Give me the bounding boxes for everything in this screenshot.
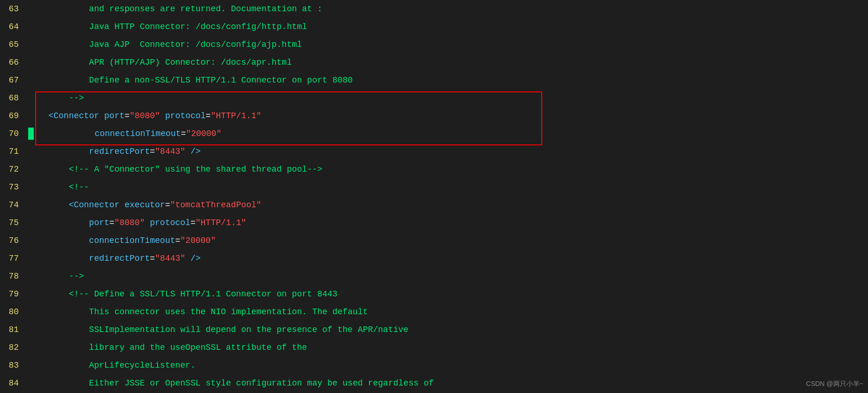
code-token: = xyxy=(206,111,211,121)
code-token: Java AJP Connector: /docs/config/ajp.htm… xyxy=(28,40,302,49)
code-line: 77 redirectPort="8443" /> xyxy=(0,249,868,267)
line-content: and responses are returned. Documentatio… xyxy=(28,0,868,18)
code-token: redirectPort xyxy=(28,254,150,263)
code-token: --> xyxy=(28,93,84,103)
code-line: 84 Either JSSE or OpenSSL style configur… xyxy=(0,374,868,392)
code-token: Define a non-SSL/TLS HTTP/1.1 Connector … xyxy=(28,76,353,85)
code-token: <!-- Define a SSL/TLS HTTP/1.1 Connector… xyxy=(28,289,338,299)
line-number: 70 xyxy=(0,125,28,143)
code-token: = xyxy=(150,254,155,263)
code-token: /> xyxy=(185,147,200,156)
line-content: Define a non-SSL/TLS HTTP/1.1 Connector … xyxy=(28,71,868,89)
code-token: SSLImplementation will depend on the pre… xyxy=(28,325,408,334)
code-line: 69 <Connector port="8080" protocol="HTTP… xyxy=(0,107,868,125)
code-line: 65 Java AJP Connector: /docs/config/ajp.… xyxy=(0,36,868,53)
code-token: "tomcatThreadPool" xyxy=(170,200,261,210)
code-token: and responses are returned. Documentatio… xyxy=(28,4,323,14)
line-content: Java AJP Connector: /docs/config/ajp.htm… xyxy=(28,36,868,53)
code-token: "20000" xyxy=(180,236,216,245)
line-number: 82 xyxy=(0,339,28,356)
line-content: redirectPort="8443" /> xyxy=(28,249,868,267)
line-content: <!-- A "Connector" using the shared thre… xyxy=(28,160,868,178)
line-number: 80 xyxy=(0,303,28,321)
code-token: port xyxy=(28,218,109,227)
code-line: 67 Define a non-SSL/TLS HTTP/1.1 Connect… xyxy=(0,71,868,89)
line-number: 77 xyxy=(0,249,28,267)
code-token: <!-- xyxy=(28,182,89,192)
code-token: library and the useOpenSSL attribute of … xyxy=(28,343,307,352)
line-content: AprLifecycleListener. xyxy=(28,356,868,374)
line-number: 67 xyxy=(0,71,28,89)
line-number: 65 xyxy=(0,36,28,53)
line-number: 84 xyxy=(0,374,28,392)
line-number: 78 xyxy=(0,267,28,285)
line-content: <!-- xyxy=(28,178,868,196)
code-line: 82 library and the useOpenSSL attribute … xyxy=(0,339,868,356)
code-token: Connector xyxy=(74,200,119,210)
code-token: This connector uses the NIO implementati… xyxy=(28,307,368,317)
code-line: 64 Java HTTP Connector: /docs/config/htt… xyxy=(0,18,868,36)
code-token: connectionTimeout xyxy=(34,129,181,138)
line-number: 68 xyxy=(0,89,28,107)
code-token: = xyxy=(181,129,186,138)
code-line: 72 <!-- A "Connector" using the shared t… xyxy=(0,160,868,178)
line-number: 69 xyxy=(0,107,28,125)
code-token: < xyxy=(28,200,74,210)
code-token: "8443" xyxy=(155,254,185,263)
code-line: 68 --> xyxy=(0,89,868,107)
code-line: 74 <Connector executor="tomcatThreadPool… xyxy=(0,196,868,214)
code-token: --> xyxy=(28,272,84,281)
code-line: 75 port="8080" protocol="HTTP/1.1" xyxy=(0,214,868,232)
line-content: connectionTimeout="20000" xyxy=(28,232,868,249)
code-editor: 63 and responses are returned. Documenta… xyxy=(0,0,868,393)
code-token: <!-- A "Connector" using the shared thre… xyxy=(28,165,323,174)
code-token: = xyxy=(191,218,196,227)
code-token: "HTTP/1.1" xyxy=(211,111,261,121)
line-content: This connector uses the NIO implementati… xyxy=(28,303,868,321)
line-number: 73 xyxy=(0,178,28,196)
line-content: <!-- Define a SSL/TLS HTTP/1.1 Connector… xyxy=(28,285,868,303)
code-line: 73 <!-- xyxy=(0,178,868,196)
watermark: CSDN @两只小羊~ xyxy=(806,380,863,388)
line-number: 72 xyxy=(0,160,28,178)
line-content: Either JSSE or OpenSSL style configurati… xyxy=(28,374,868,392)
line-number: 74 xyxy=(0,196,28,214)
code-token: executor xyxy=(119,200,165,210)
line-number: 79 xyxy=(0,285,28,303)
line-content: APR (HTTP/AJP) Connector: /docs/apr.html xyxy=(28,53,868,71)
code-token: /> xyxy=(185,254,200,263)
line-number: 64 xyxy=(0,18,28,36)
line-content: port="8080" protocol="HTTP/1.1" xyxy=(28,214,868,232)
code-token: = xyxy=(175,236,180,245)
code-token: "HTTP/1.1" xyxy=(195,218,246,227)
line-number: 81 xyxy=(0,321,28,339)
code-token: = xyxy=(165,200,170,210)
code-token: port xyxy=(99,111,124,121)
code-line: 71 redirectPort="8443" /> xyxy=(0,143,868,160)
code-token: "8080" xyxy=(130,111,160,121)
line-content: Java HTTP Connector: /docs/config/http.h… xyxy=(28,18,868,36)
code-token: AprLifecycleListener. xyxy=(28,361,195,370)
line-content: <Connector executor="tomcatThreadPool" xyxy=(28,196,868,214)
code-line: 80 This connector uses the NIO implement… xyxy=(0,303,868,321)
code-token: "8443" xyxy=(155,147,185,156)
code-line: 78 --> xyxy=(0,267,868,285)
code-token: = xyxy=(109,218,115,227)
code-token: Connector xyxy=(54,111,99,121)
line-content: SSLImplementation will depend on the pre… xyxy=(28,321,868,339)
code-token: = xyxy=(150,147,155,156)
line-content: <Connector port="8080" protocol="HTTP/1.… xyxy=(28,107,868,125)
code-line: 70 connectionTimeout="20000" xyxy=(0,125,868,143)
line-number: 66 xyxy=(0,53,28,71)
code-line: 83 AprLifecycleListener. xyxy=(0,356,868,374)
code-token: "20000" xyxy=(186,129,222,138)
line-content: redirectPort="8443" /> xyxy=(28,143,868,160)
code-token: redirectPort xyxy=(28,147,150,156)
code-token: = xyxy=(124,111,130,121)
line-content: --> xyxy=(28,89,868,107)
code-token: protocol xyxy=(160,111,206,121)
code-token: Either JSSE or OpenSSL style configurati… xyxy=(28,378,434,388)
code-line: 79 <!-- Define a SSL/TLS HTTP/1.1 Connec… xyxy=(0,285,868,303)
line-content: connectionTimeout="20000" xyxy=(28,125,868,143)
code-line: 76 connectionTimeout="20000" xyxy=(0,232,868,249)
